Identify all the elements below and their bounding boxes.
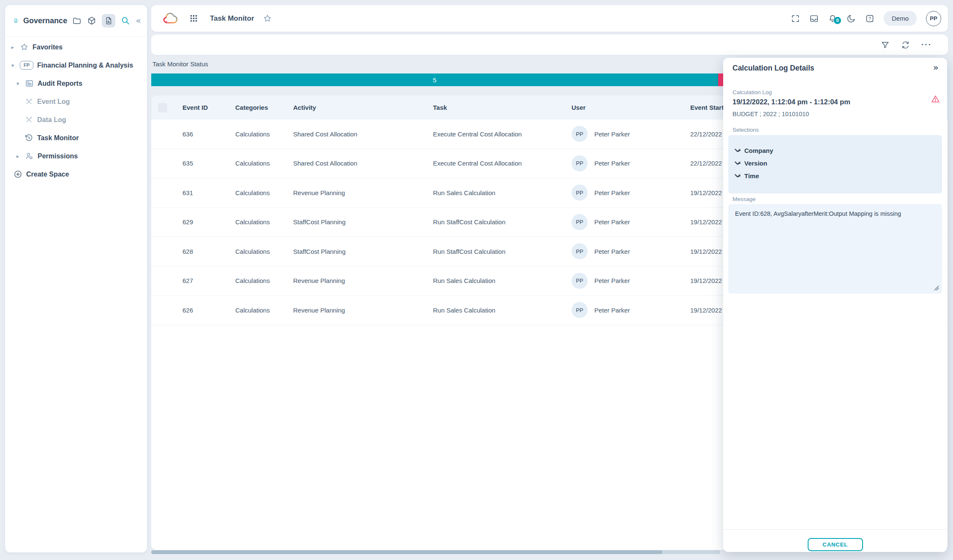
dark-mode-icon[interactable] [847,14,856,23]
selection-row-time[interactable]: Time [728,169,942,182]
sidebar-item-task-monitor[interactable]: Task Monitor [5,129,147,147]
notifications-icon[interactable]: 0 [828,14,837,23]
details-panel: Calculation Log Details » Calculation Lo… [723,58,947,552]
selection-row-company[interactable]: Company [728,144,942,157]
cell-activity: Revenue Planning [293,189,433,196]
row-avatar: PP [572,243,588,259]
collapse-sidebar-icon[interactable]: « [136,16,141,25]
panel-footer: CANCEL [723,529,947,552]
cell-user: PP Peter Parker [572,243,690,259]
sidebar: Governance « ▸ Favorites ▾ FP Financial … [5,5,147,552]
sidebar-item-favorites[interactable]: ▸ Favorites [5,38,147,56]
column-header-categories[interactable]: Categories [235,104,293,111]
favorite-star-icon[interactable] [263,14,272,23]
cell-event-id: 628 [182,248,235,255]
cell-categories: Calculations [235,277,293,284]
sidebar-item-create-space[interactable]: Create Space [5,165,147,183]
notification-count-badge: 0 [834,17,841,24]
row-user-name: Peter Parker [594,189,630,196]
app-logo-icon[interactable] [162,12,179,25]
sidebar-item-financial-planning-analysis[interactable]: ▾ FP Financial Planning & Analysis [5,56,147,74]
sidebar-item-label: Financial Planning & Analysis [37,62,133,69]
cell-activity: Shared Cost Allocation [293,160,433,167]
sidebar-item-label: Audit Reports [38,80,82,87]
folder-icon[interactable] [72,16,82,25]
content-toolbar: ··· [151,35,948,55]
cell-task: Execute Central Cost Allocation [433,160,572,167]
column-header-event-id[interactable]: Event ID [182,104,235,111]
tools-icon [25,115,33,124]
cell-user: PP Peter Parker [572,214,690,230]
message-textarea[interactable]: Event ID:628, AvgSalaryafterMerit:Output… [728,204,942,294]
caret-icon[interactable]: ▸ [14,153,21,159]
cell-event-id: 636 [182,130,235,138]
tools-icon [25,97,33,106]
log-label: Calculation Log [732,89,772,95]
sidebar-item-data-log[interactable]: Data Log [5,111,147,129]
panel-collapse-icon[interactable]: » [933,62,939,73]
row-avatar: PP [572,126,588,142]
filter-icon[interactable] [881,41,890,49]
cell-user: PP Peter Parker [572,302,690,318]
refresh-icon[interactable] [901,41,910,49]
status-segment-success[interactable]: 5 [151,73,718,86]
star-icon [20,43,29,52]
row-avatar: PP [572,273,588,289]
more-options-icon[interactable]: ··· [921,43,932,47]
selection-label: Company [744,147,773,154]
chevron-down-icon[interactable] [735,149,741,152]
column-header-user[interactable]: User [572,104,690,111]
column-header-activity[interactable]: Activity [293,104,433,111]
select-all-checkbox[interactable] [158,103,167,112]
library-icon[interactable] [102,14,115,27]
cell-event-id: 635 [182,160,235,167]
model-icon[interactable] [87,16,96,25]
selection-row-version[interactable]: Version [728,157,942,169]
chevron-down-icon[interactable] [735,174,741,178]
cell-activity: Shared Cost Allocation [293,130,433,138]
cell-event-id: 629 [182,218,235,226]
cell-categories: Calculations [235,218,293,226]
caret-icon[interactable]: ▸ [9,44,16,50]
sidebar-header: Governance « [5,5,147,37]
column-header-task[interactable]: Task [433,104,572,111]
app-root: Governance « ▸ Favorites ▾ FP Financial … [0,0,953,560]
resize-handle-icon[interactable] [934,285,939,291]
cell-activity: StaffCost Planning [293,248,433,255]
sidebar-item-permissions[interactable]: ▸ Permissions [5,147,147,165]
caret-icon[interactable]: ▾ [9,63,16,68]
row-user-name: Peter Parker [594,307,630,314]
message-label: Message [732,196,756,202]
cell-user: PP Peter Parker [572,273,690,289]
cell-user: PP Peter Parker [572,185,690,201]
row-avatar: PP [572,302,588,318]
cell-categories: Calculations [235,248,293,255]
sidebar-item-event-log[interactable]: Event Log [5,92,147,111]
cancel-button[interactable]: CANCEL [808,538,863,551]
cell-user: PP Peter Parker [572,155,690,171]
inbox-icon[interactable] [809,14,819,23]
sidebar-tools: « [72,14,141,27]
apps-grid-icon[interactable] [189,14,198,23]
cell-task: Run StaffCost Calculation [433,218,572,226]
log-scope: BUDGET ; 2022 ; 10101010 [732,111,809,117]
search-icon[interactable] [121,16,130,25]
status-segment-count: 5 [433,76,436,84]
caret-icon[interactable]: ▾ [14,81,21,87]
sidebar-item-label: Permissions [38,152,78,160]
sidebar-item-audit-reports[interactable]: ▾ Audit Reports [5,74,147,92]
fullscreen-icon[interactable] [791,14,800,23]
cell-task: Run StaffCost Calculation [433,248,572,255]
cell-task: Execute Central Cost Allocation [433,130,572,138]
cell-categories: Calculations [235,189,293,196]
sidebar-tree: ▸ Favorites ▾ FP Financial Planning & An… [5,38,147,183]
space-badge: FP [20,61,33,70]
selections-label: Selections [732,127,759,133]
warning-icon [931,94,940,104]
report-icon [25,79,34,88]
horizontal-scrollbar-thumb[interactable] [151,550,662,554]
row-user-name: Peter Parker [594,160,630,167]
help-icon[interactable] [865,14,874,23]
user-avatar[interactable]: PP [926,11,941,26]
chevron-down-icon[interactable] [735,161,741,165]
